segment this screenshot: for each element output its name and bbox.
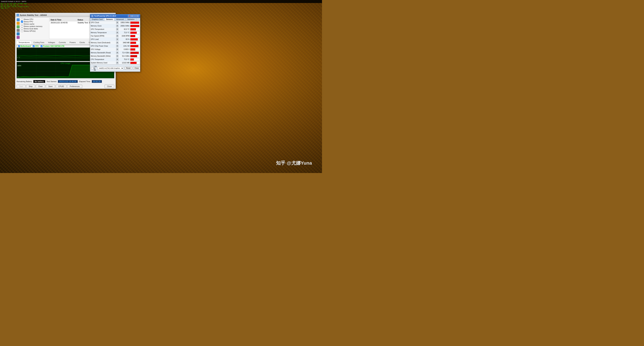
tab-cooling-fans[interactable]: Cooling Fans [32, 41, 46, 44]
gpu-select[interactable]: Intel(R) Arc(TM) A580 Graphics [98, 67, 124, 70]
cpu-y-min: 0% [17, 76, 19, 78]
stress-cpu-checkbox[interactable] [21, 18, 23, 20]
date-time-value: 2023/11/22 18:40:55 [51, 22, 78, 24]
gpuz-tab-bar: Graphics Card Sensors Advanced Validatio… [90, 18, 140, 21]
aida-fpu-icon [16, 22, 20, 25]
stress-fpu-option[interactable]: Stress FPU [21, 21, 48, 23]
sensor-label-6: Memory Used (Dedicated) [91, 42, 116, 43]
tab-powers[interactable]: Powers [68, 41, 78, 44]
tab-clocks[interactable]: Clocks [78, 41, 87, 44]
start-button[interactable]: Start [16, 85, 26, 88]
stress-cache-option[interactable]: Stress cache [21, 23, 48, 25]
sensor-bar-7 [130, 45, 138, 47]
sensor-value-6: 3460 MB [118, 42, 130, 43]
tab-currents[interactable]: Currents [57, 41, 68, 44]
sensor-dropdown-7[interactable]: ▼ [116, 45, 118, 47]
gpuz-minimize-button[interactable]: ─ [134, 15, 136, 17]
stress-local-disks-option[interactable]: Stress local disks [21, 28, 48, 30]
sensor-bar-area-8 [130, 48, 140, 51]
sensor-dropdown-2[interactable]: ▼ [116, 28, 118, 30]
sensor-row-8: GPU Voltage▼0.905 V [90, 48, 140, 51]
gpuz-window-controls: 📌 ⚙ ─ ✕ [128, 15, 139, 17]
sensor-dropdown-8[interactable]: ▼ [116, 48, 118, 51]
aida-button-bar: Start Stop Clear Save CPUID Preferences … [15, 84, 116, 89]
gpuz-reset-button[interactable]: Reset [125, 67, 132, 69]
gpuz-tab-advanced[interactable]: Advanced [114, 18, 126, 21]
sensor-dropdown-9[interactable]: ▼ [116, 52, 118, 54]
gpuz-window: G TechPowerUp GPU-Z 2.55.0 📌 ⚙ ─ ✕ Graph… [90, 14, 140, 72]
stress-local-disks-checkbox[interactable] [21, 28, 23, 30]
log-to-file-label[interactable]: Log to file [91, 65, 97, 71]
sensor-row-6: Memory Used (Dedicated)▼3460 MB [90, 41, 140, 44]
gpuz-title: TechPowerUp GPU-Z 2.55.0 [94, 15, 128, 17]
sensor-label-4: Fan Speed (RPM) [91, 35, 116, 37]
sensor-dropdown-1[interactable]: ▼ [116, 25, 118, 27]
sensor-bar-11 [130, 58, 134, 60]
cpuid-button[interactable]: CPUID [56, 85, 66, 88]
gpuz-tab-validation[interactable]: Validation [126, 18, 136, 21]
stress-cache-checkbox[interactable] [21, 23, 23, 25]
remaining-battery-info: Remaining Battery: No battery [16, 80, 45, 83]
save-button[interactable]: Save [46, 85, 55, 88]
gpuz-sensor-rows: GPU Clock▼1950.0 MHzMemory Clock▼2000.0 … [90, 21, 140, 64]
stress-gpus-option[interactable]: Stress GPU(s) [21, 30, 48, 32]
sensor-dropdown-10[interactable]: ▼ [116, 55, 118, 57]
gpuz-app-icon: G [91, 15, 94, 17]
sensor-value-1: 2000.0 MHz [118, 25, 130, 27]
sensor-label-3: Memory Temperature [91, 32, 116, 33]
sensor-bar-area-9 [130, 52, 140, 54]
gpuz-tab-graphics-card[interactable]: Graphics Card [90, 18, 104, 21]
log-to-file-checkbox[interactable] [91, 67, 93, 69]
sensor-label-8: GPU Voltage [91, 48, 116, 50]
sensor-bar-area-11 [130, 58, 140, 61]
sensor-dropdown-6[interactable]: ▼ [116, 41, 118, 44]
status-header: Status [78, 19, 83, 21]
sensor-label-0: GPU Clock [91, 22, 116, 23]
cpu-y-max: 100% [17, 65, 21, 67]
gpuz-tab-sensors[interactable]: Sensors [104, 18, 114, 21]
sensor-value-4: 1546 RPM [118, 35, 130, 37]
log-to-file-text: Log to file [94, 65, 97, 71]
legend-cpu-label: CPU [35, 45, 38, 47]
legend-ssd-checkbox[interactable] [40, 45, 42, 47]
stress-system-memory-checkbox[interactable] [21, 25, 23, 27]
stress-fpu-label: Stress FPU [24, 21, 33, 23]
close-button[interactable]: Close [104, 85, 114, 88]
gpuz-close-button[interactable]: ✕ [136, 15, 139, 17]
sensor-dropdown-0[interactable]: ▼ [116, 21, 118, 24]
tab-voltages[interactable]: Voltages [46, 41, 57, 44]
stress-fpu-checkbox[interactable] [21, 21, 23, 23]
sensor-row-10: Memory Bandwidth (Write)▼52.4 GB/s [90, 54, 140, 58]
sensor-label-2: GPU Temperature [91, 28, 116, 30]
stress-gpus-label: Stress GPU(s) [24, 30, 36, 32]
legend-cpu-checkbox[interactable] [33, 45, 34, 47]
preferences-button[interactable]: Preferences [67, 85, 82, 88]
stress-gpus-checkbox[interactable] [21, 30, 23, 32]
stress-system-memory-option[interactable]: Stress system memory [21, 25, 48, 27]
legend-ssd: Predator SSD GM7000 4TB [40, 45, 64, 47]
legend-motherboard-checkbox[interactable] [18, 45, 20, 47]
stop-button[interactable]: Stop [26, 85, 35, 88]
sensor-bar-3 [130, 32, 137, 34]
gpuz-titlebar[interactable]: G TechPowerUp GPU-Z 2.55.0 📌 ⚙ ─ ✕ [90, 14, 140, 18]
gpuz-close-sensors-button[interactable]: Close [133, 67, 140, 69]
sensor-dropdown-12[interactable]: ▼ [116, 62, 118, 64]
aida-memory-icon [16, 29, 20, 32]
sensor-dropdown-5[interactable]: ▼ [116, 38, 118, 40]
clear-button[interactable]: Clear [36, 85, 45, 88]
gpuz-pin-button[interactable]: 📌 [128, 15, 130, 17]
sensor-row-12: System Memory Used▼12102 MB [90, 61, 140, 64]
sensor-bar-1 [130, 25, 139, 27]
sensor-dropdown-3[interactable]: ▼ [116, 31, 118, 34]
sensor-label-1: Memory Clock [91, 25, 116, 27]
gpuz-settings-button[interactable]: ⚙ [131, 15, 134, 17]
sensor-label-11: CPU Temperature [91, 58, 116, 60]
sensor-value-12: 12102 MB [118, 62, 130, 64]
stress-options-list: Stress CPU Stress FPU Stress cache Stres… [21, 18, 48, 39]
sensor-dropdown-4[interactable]: ▼ [116, 35, 118, 37]
stress-cpu-option[interactable]: Stress CPU [21, 18, 48, 20]
tab-temperatures[interactable]: Temperatures [16, 41, 32, 44]
sensor-dropdown-11[interactable]: ▼ [116, 58, 118, 61]
test-started-value: 2023/11/22 18:40:55 [58, 80, 78, 83]
sensor-label-7: GPU Chip Power Draw [91, 45, 116, 47]
